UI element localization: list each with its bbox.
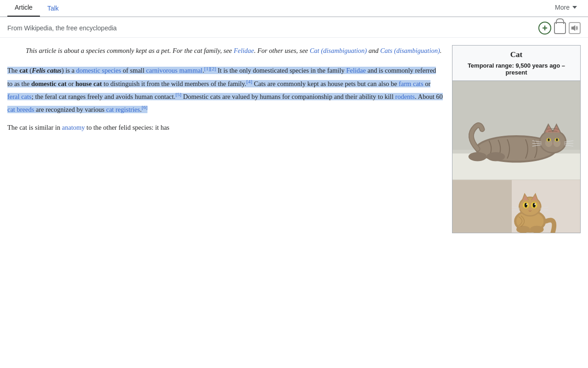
- add-icon[interactable]: +: [538, 22, 551, 34]
- felidae-body-link[interactable]: Felidae: [346, 67, 366, 74]
- cite-4-link[interactable]: [4]: [246, 79, 252, 84]
- infobox: Cat Temporal range: 9,500 years ago – pr…: [452, 45, 581, 233]
- more-button[interactable]: More: [551, 2, 581, 13]
- cite-6-link[interactable]: [6]: [141, 104, 147, 110]
- svg-point-43: [534, 204, 536, 205]
- cat-secondary-image[interactable]: [452, 180, 580, 233]
- infobox-title: Cat: [452, 46, 580, 61]
- disambig-notice: This article is about a species commonly…: [7, 45, 443, 57]
- cat-disambiguation-link[interactable]: Cat (disambiguation): [310, 47, 367, 54]
- svg-point-49: [516, 226, 530, 233]
- svg-point-7: [541, 131, 565, 152]
- svg-point-25: [469, 152, 487, 161]
- wiki-icons: +: [538, 22, 581, 34]
- selected-text-1: The cat (Felis catus) is a domestic spec…: [7, 67, 443, 113]
- cat-breeds-link[interactable]: cat breeds: [7, 106, 34, 113]
- svg-point-50: [530, 226, 544, 233]
- svg-marker-0: [571, 25, 575, 31]
- tab-talk[interactable]: Talk: [40, 1, 66, 17]
- article-body: This article is about a species commonly…: [7, 45, 443, 233]
- lock-icon[interactable]: [554, 22, 566, 34]
- disambig-text-before: This article is about a species commonly…: [26, 47, 234, 54]
- from-wiki-text: From Wikipedia, the free encyclopedia: [7, 24, 117, 32]
- rodents-link[interactable]: rodents: [395, 93, 415, 100]
- svg-point-33: [520, 198, 540, 215]
- svg-point-17: [556, 138, 558, 141]
- svg-point-26: [486, 152, 505, 161]
- from-wiki-bar: From Wikipedia, the free encyclopedia +: [0, 17, 588, 38]
- domestic-species-link[interactable]: domestic species: [76, 67, 121, 74]
- carnivorous-mammal-link[interactable]: carnivorous mammal: [146, 67, 203, 74]
- farm-cats-link[interactable]: farm cats: [399, 80, 424, 87]
- article-paragraph-2: The cat is similar in anatomy to the oth…: [7, 122, 443, 133]
- svg-point-42: [526, 204, 527, 205]
- felidae-link[interactable]: Felidae: [234, 47, 254, 54]
- cat-main-image[interactable]: [452, 81, 580, 180]
- svg-point-16: [548, 138, 550, 141]
- disambig-text-end: .: [440, 47, 442, 54]
- disambig-text-and: and: [367, 47, 380, 54]
- infobox-temporal-range: Temporal range: 9,500 years ago – presen…: [452, 61, 580, 81]
- plus-symbol: +: [542, 23, 548, 33]
- tab-article[interactable]: Article: [7, 0, 40, 17]
- svg-point-41: [533, 203, 536, 207]
- article-text: The cat (Felis catus) is a domestic spec…: [7, 64, 443, 134]
- cats-disambiguation-link[interactable]: Cats (disambiguation): [380, 47, 440, 54]
- main-content: This article is about a species commonly…: [0, 38, 588, 233]
- tabs-left: Article Talk: [7, 0, 66, 17]
- tabs-right: More: [551, 2, 581, 17]
- cite-5-link[interactable]: [5]: [175, 92, 181, 97]
- svg-rect-28: [452, 180, 512, 232]
- disambig-text-middle: . For other uses, see: [254, 47, 310, 54]
- svg-point-40: [525, 203, 527, 207]
- cite-2-link[interactable]: [2]: [210, 66, 216, 71]
- tabs-bar: Article Talk More: [0, 0, 588, 17]
- cite-1-link[interactable]: [1]: [204, 66, 210, 71]
- anatomy-link[interactable]: anatomy: [62, 124, 85, 131]
- speaker-icon[interactable]: [569, 22, 581, 34]
- more-label: More: [555, 4, 570, 11]
- chevron-down-icon: [572, 6, 577, 9]
- feral-cats-link[interactable]: feral cats: [7, 93, 32, 100]
- article-paragraph-1: The cat (Felis catus) is a domestic spec…: [7, 64, 443, 116]
- cat-registries-link[interactable]: cat registries: [106, 106, 140, 113]
